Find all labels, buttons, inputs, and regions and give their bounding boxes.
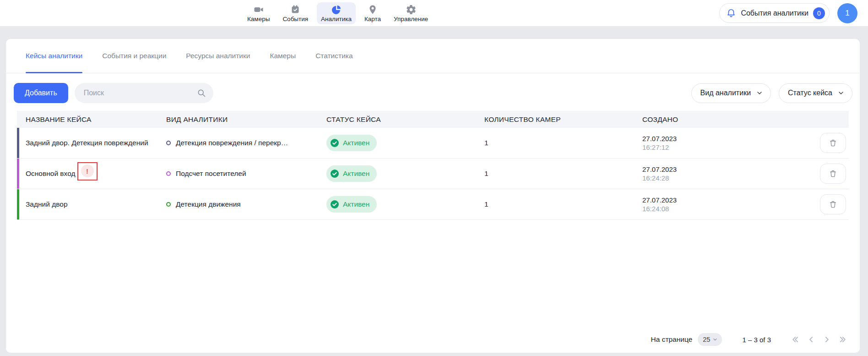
chevron-right-icon <box>822 335 831 344</box>
analytics-events-button[interactable]: События аналитики 0 <box>719 3 830 23</box>
analytics-type-label: Детекция движения <box>176 200 241 208</box>
main-nav: Камеры События Аналитика Карта Управлени <box>243 0 432 27</box>
status-badge: Активен <box>326 135 377 151</box>
camera-icon <box>253 4 264 15</box>
case-name-cell: Основной вход ! <box>17 164 166 183</box>
double-chevron-left-icon <box>791 335 800 344</box>
nav-label-analytics: Аналитика <box>321 16 352 22</box>
check-icon <box>330 169 339 178</box>
avatar[interactable]: 1 <box>837 3 857 23</box>
pagination-footer: На странице 25 1 – 3 of 3 <box>6 326 860 353</box>
map-pin-icon <box>367 4 378 15</box>
header-right: События аналитики 0 1 <box>719 3 857 23</box>
toolbar: Добавить Вид аналитики Статус кейса <box>6 73 860 103</box>
analytics-type-cell: Детекция повреждения / перекр… <box>166 139 326 147</box>
analytics-type-label: Детекция повреждения / перекр… <box>176 139 288 147</box>
search-box <box>75 83 213 103</box>
table-row[interactable]: Основной вход ! Подсчет посетителей Акти… <box>17 159 849 189</box>
tab-statistics[interactable]: Статистика <box>315 39 353 73</box>
warning-highlight-box: ! <box>77 162 98 181</box>
case-name: Задний двор. Детекция повреждений <box>26 139 148 147</box>
table-row[interactable]: Задний двор. Детекция повреждений Детекц… <box>17 128 849 159</box>
analytics-type-label: Подсчет посетителей <box>176 170 246 178</box>
nav-item-map[interactable]: Карта <box>360 2 385 24</box>
analytics-type-cell: Подсчет посетителей <box>166 170 326 178</box>
pager <box>791 335 847 344</box>
per-page-select[interactable]: 25 <box>698 333 722 346</box>
column-header-camera-count: КОЛИЧЕСТВО КАМЕР <box>484 115 642 124</box>
check-icon <box>330 138 339 148</box>
bell-icon <box>726 8 736 18</box>
nav-label-map: Карта <box>364 16 381 22</box>
analytics-type-filter[interactable]: Вид аналитики <box>691 83 771 103</box>
case-name-cell: Задний двор <box>17 200 166 208</box>
trash-icon <box>829 170 837 178</box>
actions-cell <box>803 164 849 184</box>
chevron-down-icon <box>712 337 718 342</box>
case-status-filter-label: Статус кейса <box>788 89 832 97</box>
analytics-type-icon <box>166 171 171 176</box>
created-cell: 27.07.2023 16:24:28 <box>642 165 803 182</box>
prev-page-button[interactable] <box>807 335 816 344</box>
camera-count-cell: 1 <box>484 139 642 147</box>
top-header: Камеры События Аналитика Карта Управлени <box>0 0 868 27</box>
delete-button[interactable] <box>820 164 846 184</box>
per-page-label: На странице <box>651 335 693 344</box>
nav-item-analytics[interactable]: Аналитика <box>317 2 356 24</box>
delete-button[interactable] <box>820 133 846 153</box>
analytics-type-filter-label: Вид аналитики <box>700 89 751 97</box>
nav-item-management[interactable]: Управление <box>390 2 432 24</box>
row-accent-bar <box>17 189 19 219</box>
status-label: Активен <box>343 139 369 147</box>
add-button[interactable]: Добавить <box>14 83 68 103</box>
camera-count-cell: 1 <box>484 170 642 178</box>
tab-cameras[interactable]: Камеры <box>270 39 296 73</box>
analytics-type-icon <box>166 202 171 207</box>
search-icon[interactable] <box>197 88 206 98</box>
nav-item-cameras[interactable]: Камеры <box>243 2 274 24</box>
tab-analytics-resources[interactable]: Ресурсы аналитики <box>186 39 250 73</box>
case-status-filter[interactable]: Статус кейса <box>779 83 852 103</box>
calendar-check-icon <box>290 4 301 15</box>
actions-cell <box>803 194 849 214</box>
created-time: 16:27:12 <box>642 143 669 151</box>
chevron-down-icon <box>756 89 763 97</box>
column-header-created: СОЗДАНО <box>642 115 803 124</box>
row-accent-bar <box>17 128 19 158</box>
first-page-button[interactable] <box>791 335 800 344</box>
status-label: Активен <box>343 200 369 208</box>
column-header-case-status: СТАТУС КЕЙСА <box>326 115 484 124</box>
row-accent-bar <box>17 159 19 189</box>
per-page-value: 25 <box>703 336 710 343</box>
cases-table: НАЗВАНИЕ КЕЙСА ВИД АНАЛИТИКИ СТАТУС КЕЙС… <box>17 111 849 220</box>
last-page-button[interactable] <box>838 335 847 344</box>
analytics-events-label: События аналитики <box>741 9 808 17</box>
created-date: 27.07.2023 <box>642 165 677 173</box>
trash-icon <box>829 139 837 148</box>
next-page-button[interactable] <box>822 335 831 344</box>
created-date: 27.07.2023 <box>642 135 677 142</box>
tab-bar: Кейсы аналитики События и реакции Ресурс… <box>6 39 860 73</box>
chevron-down-icon <box>837 89 845 97</box>
pie-chart-icon <box>331 4 342 15</box>
filters: Вид аналитики Статус кейса <box>691 83 852 103</box>
case-status-cell: Активен <box>326 196 484 213</box>
status-badge: Активен <box>326 196 377 213</box>
delete-button[interactable] <box>820 194 846 214</box>
trash-icon <box>829 200 837 209</box>
actions-cell <box>803 133 849 153</box>
range-label: 1 – 3 of 3 <box>742 336 771 344</box>
tab-events-reactions[interactable]: События и реакции <box>102 39 166 73</box>
warning-icon: ! <box>81 164 94 177</box>
search-input[interactable] <box>84 89 197 97</box>
table-row[interactable]: Задний двор Детекция движения Активен 1 … <box>17 189 849 220</box>
case-name: Основной вход <box>26 170 76 178</box>
analytics-type-cell: Детекция движения <box>166 200 326 208</box>
column-header-case-name: НАЗВАНИЕ КЕЙСА <box>17 115 166 124</box>
tab-analytics-cases[interactable]: Кейсы аналитики <box>26 39 82 73</box>
table-header: НАЗВАНИЕ КЕЙСА ВИД АНАЛИТИКИ СТАТУС КЕЙС… <box>17 111 849 128</box>
created-time: 16:24:28 <box>642 174 669 182</box>
nav-label-management: Управление <box>394 16 428 22</box>
nav-item-events[interactable]: События <box>278 2 312 24</box>
double-chevron-right-icon <box>838 335 847 344</box>
